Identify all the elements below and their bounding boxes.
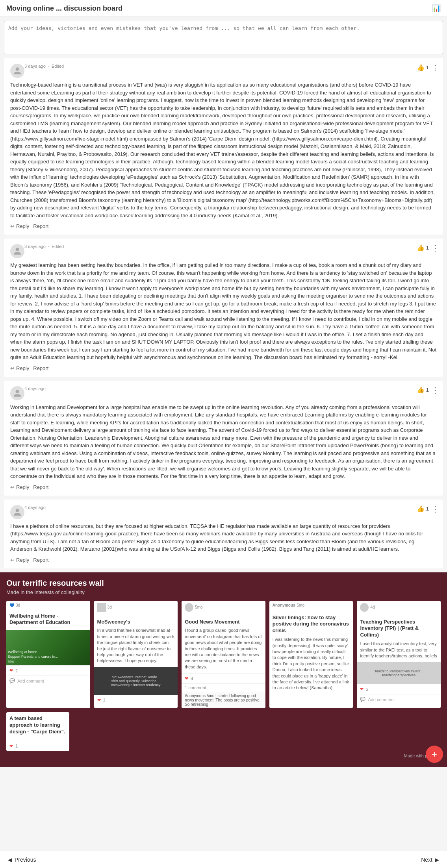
resource-card-image: Wellbeing at homeSupport Parents and car… bbox=[6, 630, 90, 665]
next-icon: ▶ bbox=[435, 857, 439, 863]
add-comment-area[interactable]: 💬 Add comment bbox=[357, 694, 441, 704]
resource-card-text: I used this analytical inventory test, v… bbox=[360, 641, 438, 659]
post-actions: ↩ Reply Report bbox=[10, 223, 437, 229]
resource-card[interactable]: 4d Teaching Perspectives Inventory (TPI)… bbox=[357, 601, 441, 709]
post-input-area[interactable] bbox=[4, 21, 443, 54]
post-card: 3 days ago · Edited 👍 1 ⋮ My greatest le… bbox=[4, 239, 443, 377]
resources-title: Our terrific resources wall bbox=[6, 579, 441, 588]
resource-card-footer: ❤ 2 bbox=[357, 684, 441, 694]
post-time: 4 days ago bbox=[24, 505, 46, 510]
more-options-button[interactable]: ⋮ bbox=[431, 386, 439, 395]
post-time: 4 days ago bbox=[24, 386, 46, 391]
resource-card[interactable]: Anonymous 5mo Silver linings: how to sta… bbox=[269, 601, 353, 709]
post-meta: 4 days ago bbox=[24, 386, 437, 391]
report-button[interactable]: Report bbox=[33, 223, 48, 229]
post-header: 4 days ago bbox=[10, 386, 437, 400]
resource-card[interactable]: 💙 3d Wellbeing at Home - Department of E… bbox=[6, 601, 90, 709]
resource-card-title: Good News Movement bbox=[185, 619, 262, 626]
like-button[interactable]: 👍 bbox=[417, 244, 425, 252]
post-meta: 3 days ago · Edited bbox=[24, 244, 437, 249]
resource-card[interactable]: 5mo Good News Movement I found a group c… bbox=[182, 601, 265, 709]
post-actions: ↩ Reply Report bbox=[10, 365, 437, 371]
more-options-button[interactable]: ⋮ bbox=[431, 244, 439, 253]
resource-card[interactable]: A team based approach to learning design… bbox=[6, 712, 69, 751]
resource-author: Anonymous bbox=[273, 603, 295, 607]
post-card: 4 days ago 👍 1 ⋮ I have a plethora of on… bbox=[4, 500, 443, 568]
resource-card-image: McSweeney's Internet Tende...shirt and q… bbox=[94, 667, 178, 695]
scroll-area[interactable]: 3 days ago · Edited 👍 1 ⋮ Technology-bas… bbox=[0, 17, 447, 868]
like-button[interactable]: 👍 bbox=[417, 64, 425, 71]
user-icon bbox=[13, 67, 22, 75]
post-edited: Edited bbox=[52, 64, 64, 68]
report-button[interactable]: Report bbox=[33, 484, 48, 490]
heart-icon: ❤ bbox=[185, 676, 188, 681]
add-comment-icon: 💬 bbox=[360, 697, 365, 702]
reply-icon: ↩ bbox=[10, 484, 15, 490]
reply-button[interactable]: ↩ Reply bbox=[10, 223, 29, 229]
like-area: 👍 1 bbox=[417, 505, 429, 513]
more-options-button[interactable]: ⋮ bbox=[431, 505, 439, 514]
user-icon bbox=[13, 508, 22, 516]
like-count: 1 bbox=[103, 698, 106, 702]
like-count: 2 bbox=[15, 668, 18, 673]
avatar bbox=[10, 64, 24, 78]
reply-icon: ↩ bbox=[10, 557, 15, 563]
avatar bbox=[10, 244, 24, 258]
resource-card-title: Silver linings: how to stay positive dur… bbox=[273, 614, 350, 635]
next-button[interactable]: Next ▶ bbox=[413, 851, 447, 868]
bottom-nav: ◀ Previous Next ▶ bbox=[0, 851, 447, 868]
heart-icon: ❤ bbox=[360, 687, 364, 692]
reply-label: Reply bbox=[16, 223, 29, 229]
like-count: 1 bbox=[426, 65, 429, 70]
resource-card-title: Wellbeing at Home - Department of Educat… bbox=[9, 613, 87, 626]
resource-icon: 💙 bbox=[9, 603, 14, 607]
report-button[interactable]: Report bbox=[33, 557, 48, 563]
reply-icon: ↩ bbox=[10, 223, 15, 229]
like-count: 1 bbox=[426, 506, 429, 512]
resource-card-image: Teaching Perspectives Invent...teachingp… bbox=[357, 662, 441, 684]
add-comment-area[interactable]: 💬 Add comment bbox=[6, 676, 90, 686]
post-time: 3 days ago bbox=[24, 244, 46, 249]
resource-card[interactable]: 3d McSweeney's In a world that feels som… bbox=[94, 601, 178, 709]
post-edited: Edited bbox=[52, 244, 64, 249]
report-button[interactable]: Report bbox=[33, 365, 48, 371]
card-avatar bbox=[360, 603, 369, 612]
add-comment-icon: 💬 bbox=[9, 678, 15, 683]
post-actions: ↩ Reply Report bbox=[10, 484, 437, 490]
reply-button[interactable]: ↩ Reply bbox=[10, 557, 29, 563]
resource-card-text: I was listening to the news this morning… bbox=[273, 637, 350, 691]
resources-subtitle: Made in the interests of collegiality bbox=[6, 589, 441, 595]
resource-time: 4d bbox=[370, 605, 375, 609]
resource-time: 5mo bbox=[297, 603, 304, 607]
resources-grid: 💙 3d Wellbeing at Home - Department of E… bbox=[6, 601, 441, 709]
reply-label: Reply bbox=[16, 557, 29, 563]
reply-button[interactable]: ↩ Reply bbox=[10, 484, 29, 490]
add-comment-label: Add comment bbox=[17, 679, 44, 683]
like-button[interactable]: 👍 bbox=[417, 386, 425, 394]
image-caption: Teaching Perspectives Invent...teachingp… bbox=[374, 669, 423, 677]
resource-card-title: Teaching Perspectives Inventory (TPI) | … bbox=[360, 619, 438, 639]
like-count: 1 bbox=[15, 744, 18, 748]
post-meta: 3 days ago · Edited bbox=[24, 64, 437, 68]
main-container: Moving online ... discussion board 📊 3 d… bbox=[0, 0, 447, 868]
top-bar: Moving online ... discussion board 📊 bbox=[0, 0, 447, 17]
more-options-button[interactable]: ⋮ bbox=[431, 64, 439, 72]
post-input[interactable] bbox=[8, 25, 439, 49]
fab-add-button[interactable]: + bbox=[426, 746, 443, 763]
user-icon bbox=[13, 247, 22, 255]
reply-label: Reply bbox=[16, 365, 29, 371]
resource-card-row: A team based approach to learning design… bbox=[6, 712, 441, 751]
reply-button[interactable]: ↩ Reply bbox=[10, 365, 29, 371]
like-button[interactable]: 👍 bbox=[417, 505, 425, 513]
previous-button[interactable]: ◀ Previous bbox=[0, 851, 44, 868]
card-avatar bbox=[185, 603, 193, 612]
previous-icon: ◀ bbox=[8, 857, 12, 863]
like-count: 4 bbox=[191, 676, 193, 681]
made-with-label: Made with padlet bbox=[6, 751, 441, 761]
resource-image-caption: Wellbeing at homeSupport Parents and car… bbox=[8, 650, 89, 664]
bar-chart-icon[interactable]: 📊 bbox=[432, 4, 441, 13]
previous-label: Previous bbox=[15, 857, 36, 863]
post-card: 3 days ago · Edited 👍 1 ⋮ Technology-bas… bbox=[4, 58, 443, 235]
like-area: 👍 1 bbox=[417, 244, 429, 252]
resource-card-text: In a world that feels somewhat mad at ti… bbox=[97, 627, 175, 664]
